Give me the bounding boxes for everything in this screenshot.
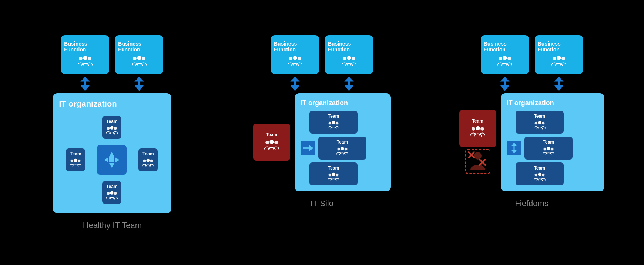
team-fiefdoms-bottom-label: Team [534, 165, 545, 171]
team-fiefdoms-right-icon [543, 146, 554, 157]
svg-point-16 [74, 158, 77, 162]
team-silo-bottom-icon [328, 172, 339, 182]
svg-point-76 [534, 121, 537, 124]
bf-label-2: Business Function [118, 41, 160, 53]
team-silo-bottom: Team [309, 162, 358, 185]
svg-point-58 [553, 57, 556, 60]
svg-point-77 [538, 121, 541, 124]
svg-point-25 [150, 159, 153, 162]
svg-point-26 [107, 192, 110, 195]
team-fiefdoms-bottom: Team [516, 162, 564, 185]
bf-box-2: Business Function [115, 35, 163, 74]
bf-silo-label-1: Business Function [274, 41, 316, 53]
svg-marker-8 [81, 77, 90, 81]
arrow-fiefdoms-down-1 [481, 76, 529, 91]
team-label-left: Team [70, 151, 81, 157]
svg-point-57 [507, 57, 511, 60]
svg-point-3 [133, 57, 137, 60]
diagrams-container: Business Function Business Function [0, 31, 644, 234]
silo-wrapper: Team IT organization Team [253, 93, 391, 191]
arrow-down-1 [61, 76, 109, 91]
svg-point-68 [476, 126, 480, 130]
svg-marker-39 [344, 85, 354, 91]
bf-fiefdoms-label-2: Business Function [538, 41, 580, 53]
svg-point-17 [78, 159, 81, 162]
it-org-label-healthy: IT organization [59, 99, 117, 109]
team-label-bottom: Team [106, 184, 117, 189]
team-fiefdoms-top-label: Team [534, 114, 545, 119]
svg-point-69 [480, 127, 484, 131]
team-label-right: Team [142, 151, 154, 157]
arrow-silo-down-2 [325, 76, 373, 91]
svg-marker-20 [104, 157, 108, 162]
svg-rect-22 [109, 157, 114, 162]
svg-marker-81 [511, 150, 517, 154]
svg-marker-19 [109, 163, 114, 168]
svg-point-84 [550, 147, 553, 150]
svg-point-30 [293, 56, 297, 60]
team-label-top: Team [106, 119, 117, 124]
svg-point-54 [336, 173, 339, 176]
svg-point-59 [557, 56, 561, 60]
team-fiefdoms-top-icon [534, 120, 546, 131]
svg-point-60 [561, 57, 565, 60]
bf-box-fiefdoms-2: Business Function [535, 35, 583, 74]
svg-point-46 [336, 121, 339, 124]
svg-point-15 [71, 159, 74, 162]
arrow-silo-down-1 [271, 76, 319, 91]
bf-box-1: Business Function [61, 35, 109, 74]
team-silo-top-icon [328, 120, 339, 131]
bf-row-healthy: Business Function Business Function [61, 35, 163, 74]
team-silo-right-label: Team [337, 140, 348, 145]
broken-person-container [465, 148, 491, 174]
svg-marker-10 [135, 85, 144, 91]
svg-point-29 [289, 57, 292, 60]
caption-healthy: Healthy IT Team [83, 221, 142, 230]
svg-point-41 [265, 141, 269, 144]
team-silo-top-label: Team [328, 114, 339, 119]
svg-point-31 [298, 57, 301, 60]
team-silo-right-icon [336, 146, 348, 157]
arrow-fiefdoms-down-2 [535, 76, 583, 91]
arrow-row-silo [271, 76, 373, 91]
svg-point-28 [114, 192, 117, 195]
svg-point-34 [352, 57, 355, 60]
svg-marker-18 [109, 152, 114, 157]
svg-marker-65 [554, 85, 564, 91]
bf-row-silo: Business Function Business Function [271, 35, 373, 74]
svg-point-83 [547, 147, 550, 150]
team-silo-right: Team [318, 137, 366, 160]
silo-teams: Team [301, 111, 366, 185]
fiefdoms-middle-row: Team [507, 137, 573, 160]
bf-fiefdoms-label-1: Business Function [484, 41, 526, 53]
it-org-box-healthy: IT organization Team [53, 93, 171, 213]
diagram-fiefdoms: Business Function Business Function [428, 35, 635, 208]
external-team-fiefdoms-label: Team [472, 118, 483, 124]
team-fiefdoms-right: Team [524, 137, 573, 160]
people-icon-2 [132, 55, 147, 68]
svg-point-82 [543, 147, 546, 150]
svg-marker-62 [500, 85, 510, 91]
svg-point-52 [329, 173, 332, 176]
team-silo-top: Team [309, 111, 358, 134]
svg-point-0 [79, 57, 83, 60]
svg-marker-40 [344, 77, 354, 81]
team-fiefdoms-bottom-icon [534, 172, 546, 182]
it-org-label-fiefdoms: IT organization [507, 99, 554, 107]
svg-point-14 [114, 127, 117, 130]
svg-point-51 [345, 147, 348, 150]
arrow-updown-icon [509, 142, 520, 154]
svg-point-49 [338, 147, 341, 150]
svg-marker-21 [115, 157, 120, 162]
bf-box-silo-2: Business Function [325, 35, 373, 74]
svg-point-5 [142, 57, 146, 60]
svg-marker-63 [500, 77, 510, 81]
svg-marker-36 [290, 85, 300, 91]
svg-point-1 [83, 56, 87, 60]
fiefdoms-left: Team [459, 110, 496, 174]
external-team-silo-label: Team [266, 132, 277, 137]
arrow-right-icon [302, 144, 313, 152]
it-org-box-fiefdoms: IT organization Team [501, 93, 604, 191]
team-box-left: Team [66, 148, 85, 171]
svg-point-2 [88, 57, 92, 60]
